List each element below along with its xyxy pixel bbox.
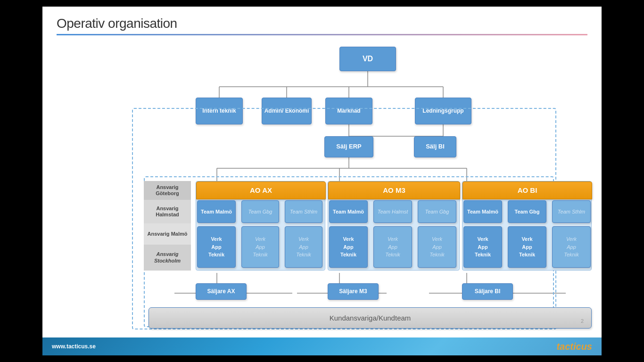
slide: Operativ organisation (42, 7, 602, 355)
verk-gbg-bi: Verk App Teknik (508, 226, 546, 268)
ao-bi-section: AO BI Team Malmö Team Gbg Team Sthlm Ver… (462, 181, 592, 271)
team-malmo-bi: Team Malmö (463, 200, 502, 223)
ao-ax-header: AO AX (196, 181, 326, 199)
team-sthlm-bi: Team Sthlm (552, 200, 591, 223)
kundteam-box: Kundansvariga/Kundteam (149, 307, 592, 329)
ansvarig-malmo: Ansvarig Malmö (144, 223, 191, 245)
verk-sthlm-ax: Verk App Teknik (285, 226, 322, 268)
team-gbg-ax: Team Gbg (241, 200, 279, 223)
saljare-m3-box: Säljare M3 (328, 283, 379, 300)
footer-url: www.tacticus.se (52, 343, 96, 350)
ao-ax-section: AO AX Team Malmö Team Gbg Team Sthlm Ver… (196, 181, 325, 271)
title-underline (57, 34, 587, 35)
ansvarig-stockholm: Ansvarig Stockholm (144, 245, 191, 271)
verk-gbg-m3: Verk App Teknik (418, 226, 456, 268)
verk-malmo-ax: Verk App Teknik (197, 226, 236, 268)
ao-m3-header: AO M3 (328, 181, 460, 199)
team-sthlm-ax: Team Sthlm (285, 200, 322, 223)
ao-m3-section: AO M3 Team Malmö Team Halmst Team Gbg Ve… (328, 181, 460, 271)
verk-sthlm-bi: Verk App Teknik (552, 226, 591, 268)
ansvarig-goteborg: Ansvarig Göteborg (144, 181, 191, 200)
footer-brand: tacticus (556, 341, 592, 352)
ao-bi-header: AO BI (462, 181, 592, 199)
org-chart: VD Intern teknik Admin/ Ekonomi Marknad … (57, 42, 587, 344)
team-gbg-bi: Team Gbg (508, 200, 546, 223)
ansvarig-halmstad: Ansvarig Halmstad (144, 200, 191, 223)
verk-malmo-m3: Verk App Teknik (329, 226, 368, 268)
page-number: 2 (581, 318, 584, 324)
footer: www.tacticus.se tacticus (42, 337, 602, 355)
saljare-bi-box: Säljare BI (462, 283, 513, 300)
page-title: Operativ organisation (57, 16, 587, 31)
team-malmo-ax: Team Malmö (197, 200, 236, 223)
team-malmo-m3: Team Malmö (329, 200, 368, 223)
verk-gbg-ax: Verk App Teknik (241, 226, 279, 268)
vd-box: VD (339, 47, 396, 71)
team-halmst-m3: Team Halmst (373, 200, 412, 223)
verk-malmo-bi: Verk App Teknik (463, 226, 502, 268)
verk-halmst-m3: Verk App Teknik (373, 226, 412, 268)
saljare-ax-box: Säljare AX (196, 283, 247, 300)
team-gbg-m3: Team Gbg (418, 200, 456, 223)
